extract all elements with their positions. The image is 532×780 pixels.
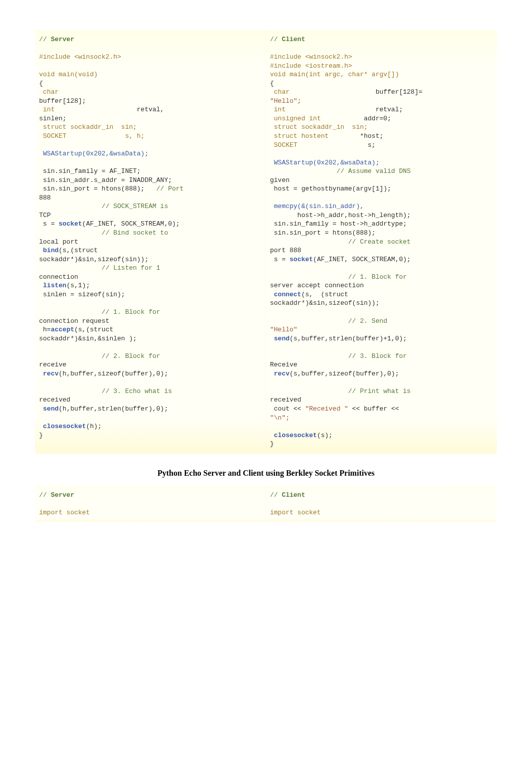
c-client-cell: // Client #include <winsock2.h> #include… [266, 30, 497, 454]
c-server-code: // Server #include <winsock2.h> void mai… [39, 35, 262, 440]
c-echo-table: // Server #include <winsock2.h> void mai… [35, 30, 497, 454]
python-server-cell: // Server import socket [35, 486, 266, 522]
python-section-title: Python Echo Server and Client using Berk… [35, 454, 497, 486]
python-server-code: // Server import socket [39, 491, 262, 517]
python-echo-table: // Server import socket // Client import… [35, 486, 497, 522]
c-server-cell: // Server #include <winsock2.h> void mai… [35, 30, 266, 454]
document-page: // Server #include <winsock2.h> void mai… [0, 0, 532, 780]
python-client-code: // Client import socket [270, 491, 493, 517]
c-client-code: // Client #include <winsock2.h> #include… [270, 35, 493, 449]
python-client-cell: // Client import socket [266, 486, 497, 522]
